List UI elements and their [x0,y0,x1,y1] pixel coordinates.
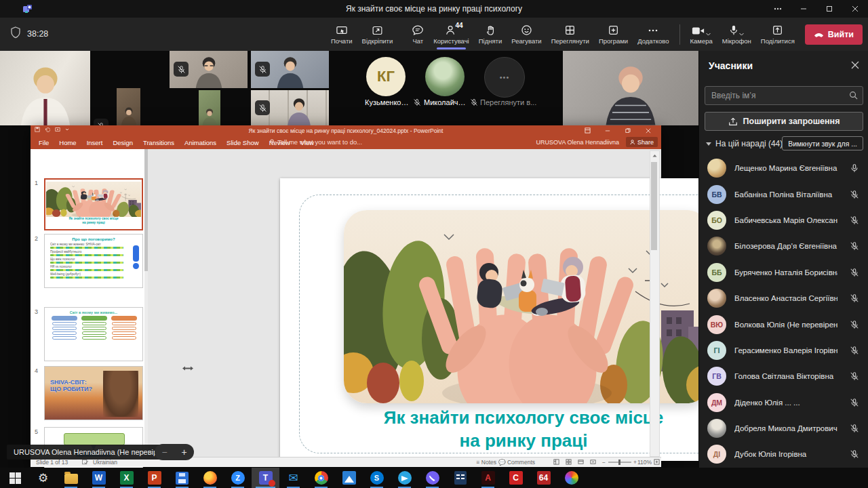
floppy-app-taskbar-icon[interactable] [168,468,196,488]
powerpoint-taskbar-icon[interactable]: P [140,468,168,488]
window-more-icon[interactable] [765,0,791,18]
photos-taskbar-icon[interactable] [335,468,363,488]
excel-taskbar-icon[interactable]: X [113,468,140,488]
tell-me-box[interactable]: Tell me what you want to do... [269,138,362,146]
panel-close-icon[interactable] [851,61,859,69]
ribbon-tab-home[interactable]: Home [59,139,76,146]
participant-search-input[interactable] [705,86,863,105]
ppt-minimize-icon[interactable] [597,125,618,136]
slide-thumbnail-2[interactable]: Про що поговоримо? Світ в якому ми живем… [44,234,143,288]
zoom-out-button[interactable]: − [602,459,606,466]
avatar-photo-tile[interactable] [425,57,465,96]
slide-thumbnail-4[interactable]: SHIVA-СВІТ:ЩО РОБИТИ? [44,366,143,420]
slide-canvas[interactable]: Як знайти психологу своє місце на ринку … [280,178,767,461]
raise-hand-button[interactable]: Підняти [474,18,507,51]
window-minimize-icon[interactable] [791,0,816,18]
mic-off-icon[interactable] [850,320,859,329]
participant-row[interactable]: ГІГерасименко Валерія Ігорівна [699,338,868,363]
ribbon-options-icon[interactable] [577,125,597,136]
paint-app-taskbar-icon[interactable] [557,468,585,488]
zoom-out-icon[interactable]: − [161,447,167,458]
share-invite-button[interactable]: Поширити запрошення [705,112,863,131]
participant-row[interactable]: БОБабичевська Марія Олексан... [699,207,868,233]
skype-taskbar-icon[interactable]: S [363,468,391,488]
slide-thumbnail-3[interactable]: Світ в якому ми живемо... [44,307,143,361]
explorer-taskbar-icon[interactable] [57,468,85,488]
ribbon-tab-animations[interactable]: Animations [184,139,216,146]
participant-row[interactable]: Добреля Микола Дмитрович [699,415,868,441]
video-tile[interactable] [0,51,90,125]
share-button[interactable]: Поділитися [756,18,800,51]
reading-view-icon[interactable] [578,459,584,465]
microphone-button[interactable]: Мікрофон [717,18,756,51]
zoom-in-icon[interactable]: + [181,447,186,458]
comments-button[interactable]: 💬 Comments [498,459,535,466]
camera-button[interactable]: Камера [686,18,717,51]
telegram-taskbar-icon[interactable] [391,468,418,488]
slideshow-view-icon[interactable] [590,459,596,465]
spellcheck-icon[interactable] [82,459,88,465]
language-indicator[interactable]: Ukrainian [93,459,117,466]
mic-off-icon[interactable] [850,216,859,225]
participant-row[interactable]: Лещенко Марина Євгеніївна [699,155,868,181]
content-zoom-controls[interactable]: − + [155,444,194,460]
chrome-taskbar-icon[interactable] [307,468,335,488]
mic-off-icon[interactable] [850,398,859,407]
viber-taskbar-icon[interactable] [418,468,446,488]
view-more-label[interactable]: Переглянути в... [480,98,536,106]
mic-off-icon[interactable] [850,424,859,433]
ppt-restore-icon[interactable] [618,125,638,136]
calculator-taskbar-icon[interactable] [446,468,474,488]
video-tile[interactable] [170,51,248,88]
video-tile[interactable] [251,90,329,125]
unpin-button[interactable]: Відкріпити [357,18,398,51]
apps-button[interactable]: Програми [594,18,633,51]
ribbon-tab-transitions[interactable]: Transitions [143,139,174,146]
slide-thumbnail-1[interactable]: Як знайти психологу своє місцена ринку п… [44,178,143,230]
video-tile[interactable] [251,51,329,88]
video-tile-speaker[interactable] [563,51,698,125]
firefox-taskbar-icon[interactable] [196,468,224,488]
video-tile[interactable] [199,90,220,125]
participant-row[interactable]: ДІДубок Юлія Ігорівна [699,441,868,467]
participants-button[interactable]: 44 Користувачі [429,18,473,51]
zoom-in-button[interactable]: + [633,459,637,466]
slide-scrollbar[interactable] [650,150,660,457]
participant-row[interactable]: БББуряченко Наталія Борисівна [699,260,868,285]
mic-off-icon[interactable] [850,371,859,381]
mail-taskbar-icon[interactable]: ✉ [279,468,307,488]
react-button[interactable]: Реагувати [507,18,546,51]
mic-off-icon[interactable] [850,190,859,199]
teams-taskbar-icon[interactable]: T [252,468,279,488]
more-actions-button[interactable]: Додатково [633,18,673,51]
mute-all-button[interactable]: Вимкнути звук для ... [782,136,863,150]
microphone-chevron-icon[interactable] [739,33,744,36]
participant-row[interactable]: Власенко Анастасія Сергіївна [699,285,868,311]
notes-button[interactable]: ≡ Notes [476,459,496,466]
ribbon-tab-design[interactable]: Design [113,139,133,146]
mic-off-icon[interactable] [850,293,859,303]
leave-button[interactable]: Вийти [805,24,863,45]
account-name[interactable]: URUSOVA Olena Hennadiivna [536,139,619,146]
chat-button[interactable]: Чат [407,18,429,51]
ribbon-tab-slide-show[interactable]: Slide Show [226,139,259,146]
64-app-taskbar-icon[interactable]: 64 [530,468,557,488]
participant-row[interactable]: ВЮВолкова Юлія (Не перевірено) [699,311,868,337]
settings-taskbar-icon[interactable]: ⚙ [29,468,57,488]
sorter-view-icon[interactable] [566,459,572,465]
view-button[interactable]: Переглянути [547,18,594,51]
slide-indicator[interactable]: Slide 1 of 13 [36,459,68,466]
start-taskbar-icon[interactable] [1,468,29,488]
window-close-icon[interactable] [842,0,868,18]
avatar-initials-tile[interactable]: КГ [366,57,406,96]
normal-view-icon[interactable] [553,459,559,465]
mic-on-icon[interactable] [850,163,859,173]
mic-off-icon[interactable] [850,241,859,251]
zoom-taskbar-icon[interactable]: Z [224,468,252,488]
video-tile[interactable] [117,88,140,125]
start-recording-button[interactable]: Почати [326,18,357,51]
window-maximize-icon[interactable] [816,0,842,18]
mic-off-icon[interactable] [850,346,859,355]
in-meeting-section[interactable]: На цій нараді (44) [706,139,783,148]
word-taskbar-icon[interactable]: W [85,468,113,488]
